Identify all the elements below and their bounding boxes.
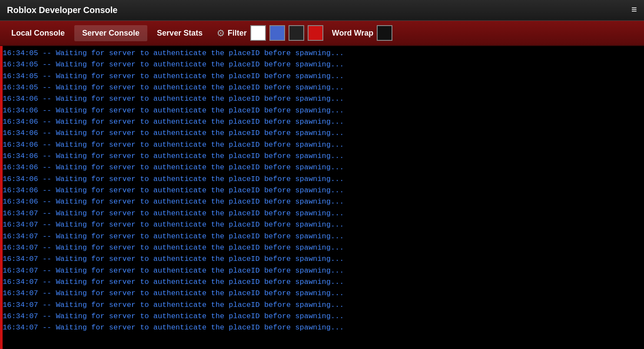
filter-section: ⚙ Filter [217,25,323,41]
filter-label: Filter [228,29,247,38]
word-wrap-toggle[interactable] [377,25,392,41]
log-line: 16:34:07 -- Waiting for server to authen… [3,322,641,333]
log-line: 16:34:07 -- Waiting for server to authen… [3,265,641,277]
log-line: 16:34:06 -- Waiting for server to authen… [3,162,641,173]
log-line: 16:34:06 -- Waiting for server to authen… [3,105,641,116]
log-line: 16:34:06 -- Waiting for server to authen… [3,139,641,151]
log-line: 16:34:07 -- Waiting for server to authen… [3,300,641,311]
log-line: 16:34:06 -- Waiting for server to authen… [3,174,641,185]
filter-white-box[interactable] [250,25,266,41]
log-line: 16:34:06 -- Waiting for server to authen… [3,93,641,105]
filter-dark-box[interactable] [289,25,304,41]
title-bar: Roblox Developer Console ≡ [0,0,644,21]
log-line: 16:34:05 -- Waiting for server to authen… [3,59,641,70]
filter-red-box[interactable] [308,25,323,41]
tab-local-console[interactable]: Local Console [3,25,73,41]
gear-icon[interactable]: ⚙ [217,26,224,40]
hamburger-menu-icon[interactable]: ≡ [631,5,637,16]
log-line: 16:34:05 -- Waiting for server to authen… [3,82,641,93]
log-line: 16:34:05 -- Waiting for server to authen… [3,48,641,59]
log-line: 16:34:07 -- Waiting for server to authen… [3,242,641,254]
log-line: 16:34:07 -- Waiting for server to authen… [3,254,641,265]
log-line: 16:34:07 -- Waiting for server to authen… [3,219,641,230]
word-wrap-section: Word Wrap [332,25,392,41]
log-line: 16:34:07 -- Waiting for server to authen… [3,231,641,242]
log-line: 16:34:06 -- Waiting for server to authen… [3,196,641,207]
tab-server-console[interactable]: Server Console [74,25,147,41]
log-line: 16:34:06 -- Waiting for server to authen… [3,116,641,128]
log-line: 16:34:07 -- Waiting for server to authen… [3,288,641,299]
log-line: 16:34:06 -- Waiting for server to authen… [3,151,641,162]
log-line: 16:34:07 -- Waiting for server to authen… [3,208,641,219]
log-line: 16:34:07 -- Waiting for server to authen… [3,311,641,322]
console-output[interactable]: 16:34:05 -- Waiting for server to authen… [0,46,644,349]
tab-bar: Local Console Server Console Server Stat… [0,21,644,46]
app: Roblox Developer Console ≡ Local Console… [0,0,644,349]
tab-server-stats[interactable]: Server Stats [149,25,210,41]
log-line: 16:34:07 -- Waiting for server to authen… [3,277,641,288]
log-line: 16:34:05 -- Waiting for server to authen… [3,71,641,82]
log-line: 16:34:06 -- Waiting for server to authen… [3,185,641,196]
filter-blue-box[interactable] [269,25,285,41]
left-indicator [0,46,3,349]
app-title: Roblox Developer Console [7,5,118,15]
word-wrap-label: Word Wrap [332,29,373,38]
log-line: 16:34:06 -- Waiting for server to authen… [3,128,641,139]
console-area: 16:34:05 -- Waiting for server to authen… [0,46,644,349]
